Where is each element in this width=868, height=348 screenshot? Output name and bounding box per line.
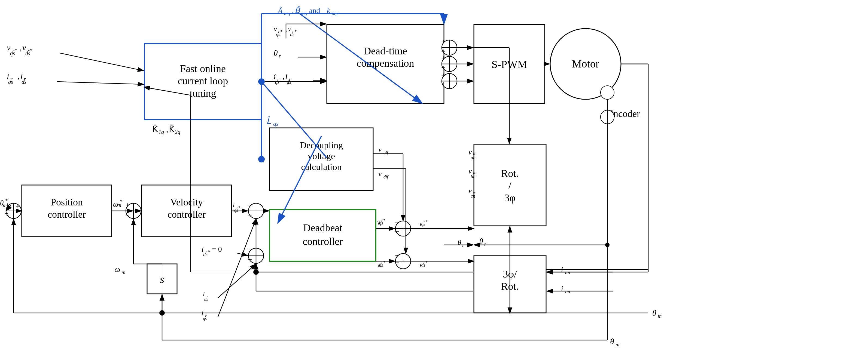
fast-online-label2: current loop [178,75,228,86]
thetar-label1: θ [274,48,278,58]
svg-text:−: − [4,210,8,217]
thetar-label2: θ [458,238,461,246]
K1q-label: K̄ [153,125,158,134]
svg-text:−: − [248,255,252,264]
svg-line-140 [218,264,256,298]
position-label1: Position [51,197,83,208]
svg-text:r: r [462,243,464,248]
svg-text:m: m [3,202,6,208]
svg-text:m: m [616,342,619,347]
svg-text:ds: ds [22,79,26,85]
svg-text:r: r [484,241,487,247]
dead-time-label1: Dead-time [364,45,407,57]
svg-text:qs: qs [273,120,279,127]
svg-text:,: , [283,72,285,80]
Lqs-hat-label: L̂ [267,116,271,126]
svg-text:K̄: K̄ [169,125,175,134]
svg-text:,: , [20,43,22,52]
svg-text:m: m [121,269,125,275]
svg-text:ds: ds [204,297,208,302]
svg-text:m: m [117,202,121,208]
svg-text:bn: bn [565,289,570,294]
svg-text:qs: qs [203,316,207,321]
svg-text:+: + [395,258,399,267]
svg-text:+: + [248,246,252,254]
svg-text:i: i [561,285,563,293]
svg-text:+: + [441,38,445,46]
omegam-label: ω [114,265,120,274]
svg-text:qs: qs [379,221,383,225]
thetar-label3: θ [479,237,483,245]
svg-text:+: + [16,203,20,211]
svg-text:+: + [441,71,445,79]
vqff-label: v [379,146,381,153]
svg-text:qs: qs [10,50,15,57]
svg-text:−: − [248,211,252,219]
rot3phi-label1: Rot. [501,168,519,179]
velocity-label1: Velocity [170,197,203,208]
decoupling-label1: Decoupling [300,140,343,150]
svg-text:+: + [441,63,445,72]
svg-text:1q: 1q [158,129,164,135]
thetam-bottom: θ [652,308,656,317]
svg-text:+: + [395,218,399,227]
thetam-label-br: θ [610,337,614,346]
svg-text:ds: ds [290,32,294,37]
svg-text:qs: qs [276,32,280,37]
svg-text:qff: qff [383,150,389,155]
svg-text:−: − [125,211,130,219]
svg-text:ds: ds [203,252,208,257]
svg-text:qs: qs [234,208,238,213]
svg-text:an: an [471,155,475,160]
svg-line-58 [57,82,144,84]
svg-text:an: an [565,270,570,275]
rot3phi-label3: 3φ [504,192,516,204]
block-diagram-svg: Fast online current loop tuning Dead-tim… [0,0,868,348]
svg-text:ds: ds [287,79,291,85]
motor-label: Motor [572,58,599,70]
deadbeat-block [270,210,376,261]
deadbeat-label1: Deadbeat [303,222,342,234]
svg-text:,: , [18,72,20,80]
position-label2: controller [48,209,86,220]
deadbeat-label2: controller [303,236,343,247]
svg-text:ds: ds [421,263,425,268]
svg-text:ds: ds [25,50,30,56]
svg-text:r: r [279,53,281,59]
svg-text:cn: cn [471,194,475,199]
iqsr-star-label: i [233,201,235,208]
fast-online-label: Fast online [180,63,226,74]
svg-text:m: m [658,313,661,319]
svg-text:+: + [248,201,252,209]
svg-text:+: + [125,201,130,209]
svg-text:+: + [441,54,445,62]
iqs-feedback: i [202,309,204,316]
svg-text:2q: 2q [175,129,180,135]
svg-text:ds: ds [379,263,383,268]
svg-text:qs: qs [275,79,279,85]
junction2 [253,269,259,275]
dead-time-label2: compensation [356,58,414,69]
svg-text:qs: qs [421,222,425,227]
velocity-label2: controller [167,209,206,220]
svg-text:dff: dff [383,175,389,180]
svg-text:qs: qs [8,79,13,85]
ids-feedback: i [203,290,205,298]
svg-text:+: + [395,227,399,236]
fast-online-label3: tuning [190,88,216,99]
vdff-label: v [379,171,381,178]
svg-text:= 0: = 0 [212,245,222,253]
diagram-container: Fast online current loop tuning Dead-tim… [0,0,868,348]
svg-line-51 [60,53,144,71]
svg-text:,: , [166,125,168,134]
svg-text:bn: bn [471,174,475,179]
rot3phi-label2: / [508,180,512,191]
encoder-circle1 [600,86,614,99]
